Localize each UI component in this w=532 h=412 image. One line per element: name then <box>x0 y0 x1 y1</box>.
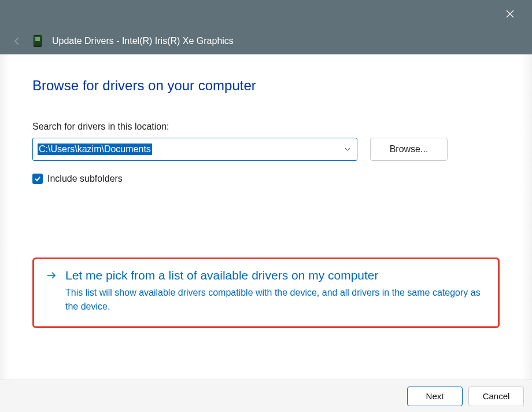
pick-from-list-option[interactable]: Let me pick from a list of available dri… <box>32 258 500 328</box>
chevron-down-icon[interactable] <box>344 146 351 153</box>
close-icon[interactable] <box>498 2 522 25</box>
wizard-content: Browse for drivers on your computer Sear… <box>0 54 532 184</box>
back-arrow-icon <box>12 35 23 47</box>
page-title: Browse for drivers on your computer <box>32 78 500 94</box>
include-subfolders-row: Include subfolders <box>32 174 500 184</box>
wizard-title: Update Drivers - Intel(R) Iris(R) Xe Gra… <box>52 36 234 46</box>
wizard-footer: Next Cancel <box>0 380 532 412</box>
include-subfolders-checkbox[interactable] <box>32 174 43 184</box>
next-button[interactable]: Next <box>407 387 463 406</box>
pick-option-description: This list will show available drivers co… <box>65 286 482 314</box>
cancel-button[interactable]: Cancel <box>468 387 524 406</box>
browse-button[interactable]: Browse... <box>370 138 448 161</box>
wizard-header: Update Drivers - Intel(R) Iris(R) Xe Gra… <box>0 28 532 54</box>
window-titlebar <box>0 0 532 28</box>
pick-option-title: Let me pick from a list of available dri… <box>65 268 379 282</box>
search-location-label: Search for drivers in this location: <box>32 122 500 132</box>
include-subfolders-label: Include subfolders <box>47 174 123 184</box>
location-path-value: C:\Users\kazim\Documents <box>38 144 152 155</box>
location-combobox[interactable]: C:\Users\kazim\Documents <box>32 138 357 161</box>
option-header: Let me pick from a list of available dri… <box>46 268 486 282</box>
monitor-device-icon <box>34 35 42 47</box>
arrow-right-icon <box>46 270 57 281</box>
search-row: C:\Users\kazim\Documents Browse... <box>32 138 500 161</box>
